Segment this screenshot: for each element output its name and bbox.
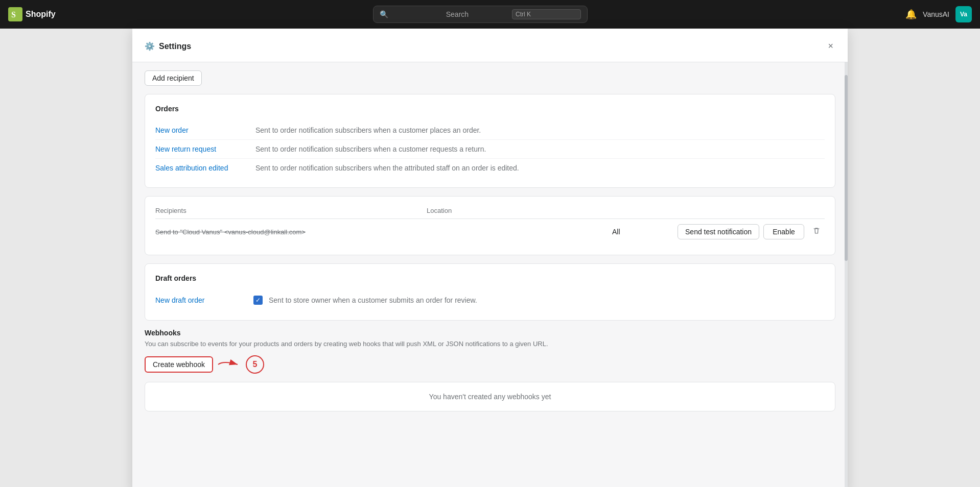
send-test-notification-button[interactable]: Send test notification — [678, 224, 759, 239]
trash-icon — [812, 227, 821, 235]
webhooks-section: Webhooks You can subscribe to events for… — [145, 329, 835, 411]
shopify-icon: S — [8, 7, 22, 21]
close-button[interactable]: × — [826, 39, 835, 54]
modal-body: Add recipient Orders New order Sent to o… — [132, 62, 848, 487]
shopify-logo: S Shopify — [8, 7, 56, 21]
new-return-request-description: Sent to order notification subscribers w… — [255, 145, 825, 153]
actions-column-header — [492, 207, 759, 214]
draft-order-row: New draft order ✓ Sent to store owner wh… — [155, 290, 825, 310]
draft-order-description: Sent to store owner when a customer subm… — [269, 296, 825, 304]
annotation-wrapper: 5 — [217, 355, 264, 374]
modal-scrollbar[interactable] — [845, 29, 848, 487]
search-placeholder: Search — [446, 10, 508, 18]
draft-orders-title: Draft orders — [155, 274, 825, 282]
orders-card: Orders New order Sent to order notificat… — [145, 94, 835, 188]
search-bar[interactable]: 🔍 Search Ctrl K — [373, 6, 588, 23]
sales-attribution-edited-link[interactable]: Sales attribution edited — [155, 164, 247, 172]
table-row: Send to "Cloud Vanus" <vanus-cloud@linka… — [155, 219, 825, 245]
list-item: New order Sent to order notification sub… — [155, 121, 825, 140]
empty-webhooks-label: You haven't created any webhooks yet — [429, 393, 551, 401]
draft-orders-card: Draft orders New draft order ✓ Sent to s… — [145, 263, 835, 321]
recipients-card: Recipients Location Send to "Cloud Vanus… — [145, 196, 835, 255]
enable-column-header — [763, 207, 804, 214]
recipient-location: All — [612, 228, 673, 236]
list-item: Sales attribution edited Sent to order n… — [155, 159, 825, 177]
orders-card-title: Orders — [155, 105, 825, 113]
new-order-link[interactable]: New order — [155, 126, 247, 134]
search-icon: 🔍 — [380, 10, 441, 18]
new-draft-order-link[interactable]: New draft order — [155, 296, 247, 304]
recipients-column-header: Recipients — [155, 207, 423, 214]
location-column-header: Location — [427, 207, 488, 214]
main-content: ⚙️ Settings × Add recipient Orders New o… — [0, 29, 980, 487]
topbar-right: 🔔 VanusAI Va — [905, 6, 972, 22]
webhooks-title: Webhooks — [145, 329, 835, 337]
modal-title: Settings — [159, 42, 191, 51]
settings-modal: ⚙️ Settings × Add recipient Orders New o… — [132, 29, 848, 487]
add-recipient-button[interactable]: Add recipient — [145, 70, 202, 86]
topbar: S Shopify 🔍 Search Ctrl K 🔔 VanusAI Va — [0, 0, 980, 29]
arrow-right-icon — [217, 358, 242, 371]
empty-webhooks-card: You haven't created any webhooks yet — [145, 382, 835, 411]
delete-recipient-button[interactable] — [808, 225, 825, 239]
step-number-badge: 5 — [246, 355, 264, 374]
search-shortcut: Ctrl K — [512, 9, 581, 19]
create-webhook-button[interactable]: Create webhook — [145, 356, 213, 373]
recipients-card-header: Recipients Location — [155, 207, 825, 219]
user-avatar[interactable]: Va — [955, 6, 972, 22]
bell-icon[interactable]: 🔔 — [905, 9, 917, 20]
webhooks-controls: Create webhook 5 — [145, 355, 835, 374]
new-return-request-link[interactable]: New return request — [155, 145, 247, 153]
shopify-logo-text: Shopify — [26, 10, 56, 19]
settings-gear-icon: ⚙️ — [145, 41, 155, 51]
sales-attribution-edited-description: Sent to order notification subscribers w… — [255, 164, 825, 172]
delete-column-header — [808, 207, 825, 214]
topbar-left: S Shopify — [8, 7, 56, 21]
enable-button[interactable]: Enable — [763, 224, 804, 239]
list-item: New return request Sent to order notific… — [155, 140, 825, 159]
svg-text:S: S — [11, 10, 16, 19]
new-order-description: Sent to order notification subscribers w… — [255, 126, 825, 134]
modal-scrollbar-thumb — [845, 75, 848, 261]
modal-header: ⚙️ Settings × — [132, 29, 848, 62]
recipient-email: Send to "Cloud Vanus" <vanus-cloud@linka… — [155, 228, 608, 236]
user-name: VanusAI — [923, 10, 949, 18]
checkbox-checked-icon[interactable]: ✓ — [253, 296, 263, 305]
webhooks-description: You can subscribe to events for your pro… — [145, 339, 835, 349]
